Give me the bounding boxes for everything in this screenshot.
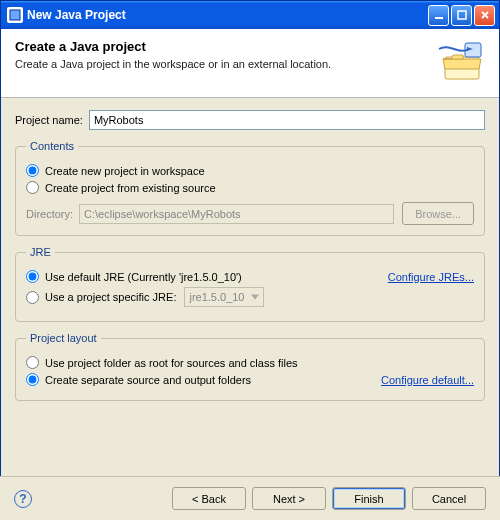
window-title: New Java Project	[27, 8, 126, 22]
project-name-row: Project name:	[15, 110, 485, 130]
contents-legend: Contents	[26, 140, 78, 152]
close-button[interactable]	[474, 5, 495, 26]
next-button[interactable]: Next >	[252, 487, 326, 510]
svg-rect-1	[435, 17, 443, 19]
radio-root-folder[interactable]	[26, 356, 39, 369]
banner-subtext: Create a Java project in the workspace o…	[15, 58, 435, 70]
radio-separate-folders-label: Create separate source and output folder…	[45, 374, 251, 386]
configure-default-link[interactable]: Configure default...	[381, 374, 474, 386]
radio-default-jre-label: Use default JRE (Currently 'jre1.5.0_10'…	[45, 271, 242, 283]
svg-marker-4	[443, 59, 481, 69]
radio-specific-jre[interactable]	[26, 291, 39, 304]
titlebar[interactable]: New Java Project	[1, 1, 499, 29]
configure-jres-link[interactable]: Configure JREs...	[388, 271, 474, 283]
help-icon[interactable]: ?	[14, 490, 32, 508]
maximize-button[interactable]	[451, 5, 472, 26]
radio-root-folder-label: Use project folder as root for sources a…	[45, 357, 298, 369]
svg-rect-0	[10, 10, 20, 20]
banner-heading: Create a Java project	[15, 39, 435, 54]
layout-group: Project layout Use project folder as roo…	[15, 332, 485, 401]
directory-input	[79, 204, 394, 224]
radio-specific-jre-label: Use a project specific JRE:	[45, 291, 176, 303]
finish-button[interactable]: Finish	[332, 487, 406, 510]
jre-group: JRE Use default JRE (Currently 'jre1.5.0…	[15, 246, 485, 322]
layout-legend: Project layout	[26, 332, 101, 344]
cancel-button[interactable]: Cancel	[412, 487, 486, 510]
radio-existing-source[interactable]	[26, 181, 39, 194]
directory-label: Directory:	[26, 208, 73, 220]
project-name-label: Project name:	[15, 114, 83, 126]
svg-rect-2	[458, 11, 466, 19]
specific-jre-select: jre1.5.0_10	[184, 287, 264, 307]
radio-new-workspace[interactable]	[26, 164, 39, 177]
radio-separate-folders[interactable]	[26, 373, 39, 386]
browse-button: Browse...	[402, 202, 474, 225]
jre-legend: JRE	[26, 246, 55, 258]
project-name-input[interactable]	[89, 110, 485, 130]
back-button[interactable]: < Back	[172, 487, 246, 510]
radio-new-workspace-label: Create new project in workspace	[45, 165, 205, 177]
folder-java-icon	[435, 39, 487, 87]
radio-existing-source-label: Create project from existing source	[45, 182, 216, 194]
wizard-footer: ? < Back Next > Finish Cancel	[0, 476, 500, 520]
window-icon	[7, 7, 23, 23]
contents-group: Contents Create new project in workspace…	[15, 140, 485, 236]
minimize-button[interactable]	[428, 5, 449, 26]
radio-default-jre[interactable]	[26, 270, 39, 283]
wizard-banner: Create a Java project Create a Java proj…	[1, 29, 499, 98]
